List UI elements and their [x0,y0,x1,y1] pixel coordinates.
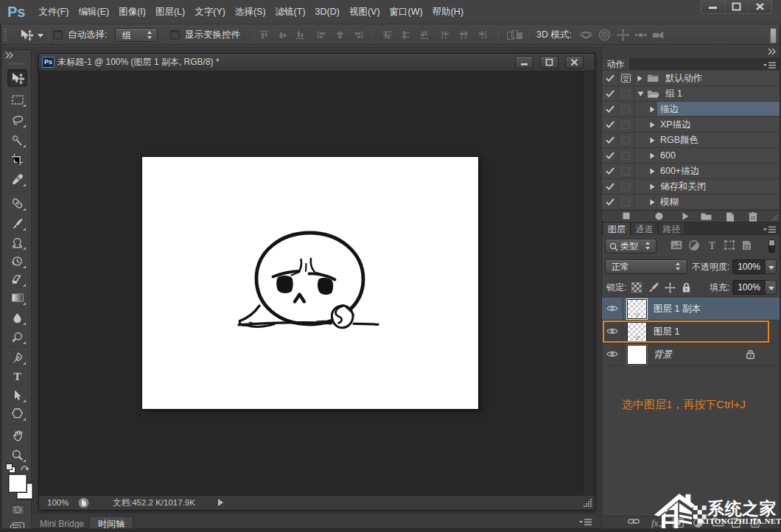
dialog-toggle-empty[interactable] [618,117,634,132]
type-tool[interactable]: T [7,368,27,385]
shape-tool[interactable] [7,405,27,422]
new-folder-button[interactable] [701,212,712,221]
dialog-toggle-icon[interactable] [618,71,634,85]
magic-wand-tool[interactable] [7,131,27,149]
layer-row-background[interactable]: 背景 [602,343,781,366]
document-viewport[interactable] [39,71,595,495]
zoom-tool[interactable] [7,446,27,463]
lasso-tool[interactable] [7,111,27,129]
menu-view[interactable]: 视图(V) [347,0,382,24]
hand-tool[interactable] [7,427,27,444]
menu-type[interactable]: 文字(Y) [192,0,228,24]
layer-style-button[interactable]: fx [651,518,662,528]
tab-channels[interactable]: 通道 [631,223,658,235]
expand-arrow-right-icon[interactable] [650,122,655,128]
quick-mask-button[interactable] [7,501,27,519]
foreground-color-swatch[interactable] [8,474,27,493]
maximize-button[interactable] [725,0,749,13]
expand-arrow-down-icon[interactable] [637,91,644,97]
lock-position-icon[interactable] [665,282,676,293]
dock-collapse-icon[interactable] [768,49,776,55]
tab-layers[interactable]: 图层 [603,223,631,235]
action-enabled-checkmark[interactable] [602,117,618,132]
stop-button[interactable] [623,212,630,220]
dist-center-icon[interactable] [459,30,469,40]
blend-mode-dropdown[interactable]: 正常 [605,259,687,274]
expand-arrow-right-icon[interactable] [637,75,642,82]
action-enabled-checkmark[interactable] [602,102,618,116]
clone-stamp-tool[interactable] [7,234,27,251]
filter-pixel-icon[interactable] [670,240,682,250]
action-row-600-stroke[interactable]: 600+描边 [602,164,781,179]
layer-visibility-toggle[interactable] [602,343,623,365]
action-label[interactable]: 储存和关闭 [660,179,707,194]
action-label[interactable]: RGB颜色 [660,133,698,147]
play-button[interactable] [682,212,689,220]
show-transform-checkbox[interactable] [170,30,180,40]
pen-tool[interactable] [7,349,27,366]
action-enabled-checkmark[interactable] [602,71,618,85]
filter-type-dropdown[interactable]: 类型 [605,239,656,253]
3d-scale-icon[interactable] [652,29,665,41]
3d-rotate-icon[interactable] [580,29,592,41]
menu-edit[interactable]: 编辑(E) [76,0,111,24]
toolbar-grip[interactable] [9,63,25,65]
align-center-icon[interactable] [335,30,345,40]
document-titlebar[interactable]: Ps 未标题-1 @ 100% (图层 1 副本, RGB/8) * [39,54,595,71]
expand-arrow-right-icon[interactable] [650,106,655,113]
filter-smart-icon[interactable] [742,240,752,251]
dialog-toggle-empty[interactable] [618,148,634,163]
brush-tool[interactable] [7,214,27,232]
preset-dropdown-icon[interactable] [38,34,43,38]
fill-dropdown-icon[interactable] [765,280,777,295]
add-mask-button[interactable] [673,518,684,528]
zoom-level[interactable]: 100% [47,496,69,510]
panel-resize-grip[interactable] [771,213,779,221]
action-row-save-close[interactable]: 储存和关闭 [602,179,781,195]
move-tool[interactable] [7,69,27,87]
record-button[interactable] [655,212,663,220]
dialog-toggle-empty[interactable] [618,133,634,147]
fill-value[interactable]: 100% [732,280,765,295]
document-size-info[interactable]: 文档:452.2 K/1017.9K [113,496,195,510]
new-action-button[interactable] [726,212,735,222]
dialog-toggle-empty[interactable] [618,164,634,178]
action-label[interactable]: 600 [660,148,676,163]
link-layers-button[interactable] [628,518,640,525]
auto-select-checkbox[interactable] [53,30,63,40]
opacity-control[interactable]: 100% [732,259,777,274]
action-row-blur[interactable]: 模糊 [602,195,781,210]
auto-align-layers-button[interactable] [507,30,523,40]
dist-middle-icon[interactable] [401,30,410,40]
filter-shape-icon[interactable] [724,240,735,250]
expand-arrow-right-icon[interactable] [650,168,655,175]
vertical-scrollbar[interactable] [584,71,595,495]
dialog-toggle-empty[interactable] [618,179,634,194]
action-row-default-actions[interactable]: 默认动作 [602,71,781,86]
menu-help[interactable]: 帮助(H) [430,0,466,24]
action-enabled-checkmark[interactable] [602,195,618,209]
action-label[interactable]: XP描边 [660,117,691,132]
tab-paths[interactable]: 路径 [659,223,685,235]
dialog-toggle-empty[interactable] [618,86,634,101]
dialog-toggle-empty[interactable] [618,195,634,209]
align-right-icon[interactable] [354,30,363,40]
action-row-stroke[interactable]: 描边 [602,102,781,117]
dialog-toggle-empty[interactable] [618,102,634,116]
actions-panel-menu-icon[interactable] [763,62,776,69]
action-enabled-checkmark[interactable] [602,164,618,178]
action-enabled-checkmark[interactable] [602,148,618,163]
gradient-tool[interactable] [7,289,27,307]
menu-3d[interactable]: 3D(D) [313,0,342,24]
action-enabled-checkmark[interactable] [602,86,618,101]
3d-roll-icon[interactable] [598,29,611,41]
action-label[interactable]: 600+描边 [660,164,699,178]
history-brush-tool[interactable] [7,252,27,270]
action-enabled-checkmark[interactable] [602,179,618,194]
document-maximize-button[interactable] [540,56,558,69]
adjustment-button[interactable] [693,518,703,528]
toolbar-collapse-icon[interactable] [5,52,13,58]
filter-adjust-icon[interactable] [689,240,699,251]
layer-thumbnail[interactable] [627,299,647,319]
close-button[interactable] [749,0,771,13]
